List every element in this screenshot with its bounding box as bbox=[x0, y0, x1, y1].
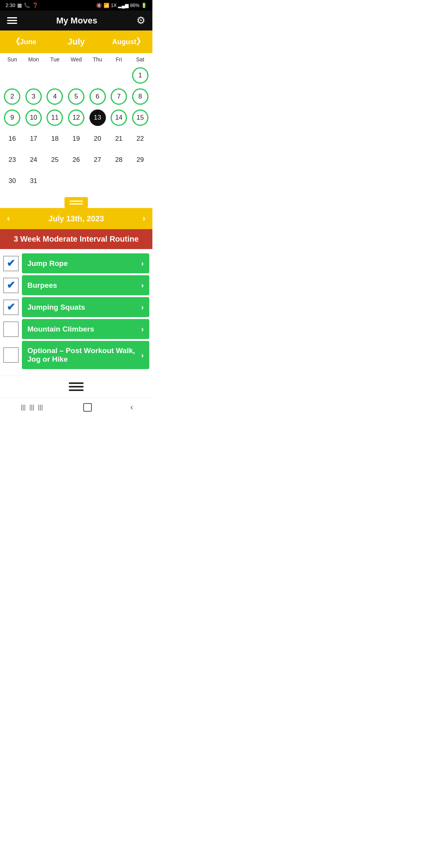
calendar-day[interactable]: 1 bbox=[129, 66, 151, 85]
calendar-day[interactable]: 5 bbox=[66, 87, 87, 106]
exercise-checkbox[interactable]: ✔ bbox=[3, 278, 19, 293]
calendar-day[interactable]: 15 bbox=[129, 108, 151, 127]
battery-indicator: 86% bbox=[130, 3, 139, 8]
wifi-icon: 📶 bbox=[104, 3, 109, 8]
exercise-checkbox[interactable] bbox=[3, 321, 19, 337]
exercise-button[interactable]: Mountain Climbers› bbox=[22, 319, 149, 339]
chevron-right-icon: › bbox=[141, 325, 144, 334]
exercise-name: Optional – Post Workout Walk, Jog or Hik… bbox=[27, 346, 141, 364]
day-wed: Wed bbox=[66, 56, 87, 63]
calendar-day[interactable]: 17 bbox=[23, 129, 45, 149]
exercise-name: Jumping Squats bbox=[27, 303, 85, 312]
checkmark-icon: ✔ bbox=[7, 257, 15, 269]
checkmark-icon: ✔ bbox=[7, 301, 15, 313]
calendar-day[interactable]: 30 bbox=[2, 171, 23, 191]
calendar-day[interactable]: 29 bbox=[129, 150, 151, 170]
exercise-button[interactable]: Jumping Squats› bbox=[22, 297, 149, 317]
exercise-item: ✔Jump Rope› bbox=[3, 253, 149, 273]
android-back-button[interactable]: ‹ bbox=[131, 402, 133, 412]
next-date-button[interactable]: › bbox=[143, 213, 145, 224]
exercise-checkbox[interactable]: ✔ bbox=[3, 299, 19, 315]
calendar-day[interactable]: 13 bbox=[87, 108, 108, 127]
calendar-day[interactable]: 24 bbox=[23, 150, 45, 170]
day-thu: Thu bbox=[87, 56, 108, 63]
calendar-day bbox=[2, 66, 23, 85]
calendar-day bbox=[44, 171, 66, 191]
calendar: Sun Mon Tue Wed Thu Fri Sat 123456789101… bbox=[0, 53, 152, 194]
bottom-menu-bar bbox=[0, 376, 152, 397]
routine-name: 3 Week Moderate Interval Routine bbox=[14, 235, 139, 243]
status-bar: 2:30 ▦ 📞 ❓ 🔇 📶 1X ▂▄▆ 86% 🔋 bbox=[0, 0, 152, 11]
prev-month-button[interactable]: 《 June bbox=[0, 30, 48, 53]
calendar-day[interactable]: 26 bbox=[66, 150, 87, 170]
day-sun: Sun bbox=[2, 56, 23, 63]
exercise-name: Jump Rope bbox=[27, 259, 68, 268]
signal-bars: ▂▄▆ bbox=[118, 3, 129, 8]
exercise-name: Burpees bbox=[27, 281, 57, 290]
calendar-day[interactable]: 16 bbox=[2, 129, 23, 149]
chevron-right-icon: › bbox=[141, 351, 144, 360]
prev-date-button[interactable]: ‹ bbox=[7, 213, 10, 224]
chevron-right-icon: › bbox=[141, 281, 144, 290]
drag-handle[interactable] bbox=[64, 197, 88, 208]
sim-icon: ▦ bbox=[17, 2, 22, 8]
calendar-grid: 1234567891011121314151617181920212223242… bbox=[2, 64, 151, 194]
exercise-list: ✔Jump Rope›✔Burpees›✔Jumping Squats›Moun… bbox=[0, 249, 152, 373]
exercise-item: Optional – Post Workout Walk, Jog or Hik… bbox=[3, 341, 149, 369]
exercise-name: Mountain Climbers bbox=[27, 325, 94, 334]
prev-month-label: June bbox=[20, 38, 36, 46]
calendar-day[interactable]: 2 bbox=[2, 87, 23, 106]
calendar-day[interactable]: 6 bbox=[87, 87, 108, 106]
calendar-day[interactable]: 18 bbox=[44, 129, 66, 149]
next-month-button[interactable]: August 》 bbox=[105, 30, 152, 53]
menu-lines-icon[interactable] bbox=[69, 382, 84, 391]
android-home-button[interactable] bbox=[83, 403, 92, 412]
calendar-day[interactable]: 21 bbox=[108, 129, 130, 149]
calendar-day[interactable]: 22 bbox=[129, 129, 151, 149]
calendar-day[interactable]: 23 bbox=[2, 150, 23, 170]
phone-icon: 📞 bbox=[24, 2, 30, 8]
battery-icon: 🔋 bbox=[141, 3, 147, 8]
next-month-label: August bbox=[112, 38, 136, 46]
exercise-button[interactable]: Optional – Post Workout Walk, Jog or Hik… bbox=[22, 341, 149, 369]
exercise-checkbox[interactable]: ✔ bbox=[3, 256, 19, 271]
calendar-day[interactable]: 10 bbox=[23, 108, 45, 127]
exercise-item: ✔Burpees› bbox=[3, 275, 149, 295]
calendar-day[interactable]: 7 bbox=[108, 87, 130, 106]
settings-icon[interactable]: ⚙ bbox=[136, 14, 145, 27]
app-title: My Moves bbox=[17, 16, 136, 26]
double-right-arrow-icon: 》 bbox=[136, 36, 145, 48]
day-tue: Tue bbox=[44, 56, 66, 63]
day-sat: Sat bbox=[129, 56, 151, 63]
calendar-day[interactable]: 12 bbox=[66, 108, 87, 127]
chevron-right-icon: › bbox=[141, 259, 144, 268]
calendar-day[interactable]: 19 bbox=[66, 129, 87, 149]
calendar-day[interactable]: 4 bbox=[44, 87, 66, 106]
hamburger-menu-icon[interactable] bbox=[7, 17, 17, 24]
calendar-day[interactable]: 11 bbox=[44, 108, 66, 127]
exercise-checkbox[interactable] bbox=[3, 347, 19, 363]
calendar-day[interactable]: 9 bbox=[2, 108, 23, 127]
calendar-day[interactable]: 20 bbox=[87, 129, 108, 149]
mute-icon: 🔇 bbox=[96, 3, 102, 8]
calendar-day bbox=[87, 171, 108, 191]
calendar-day[interactable]: 8 bbox=[129, 87, 151, 106]
calendar-day[interactable]: 27 bbox=[87, 150, 108, 170]
calendar-day[interactable]: 31 bbox=[23, 171, 45, 191]
exercise-button[interactable]: Jump Rope› bbox=[22, 253, 149, 273]
calendar-day bbox=[108, 171, 130, 191]
exercise-button[interactable]: Burpees› bbox=[22, 275, 149, 295]
calendar-header: Sun Mon Tue Wed Thu Fri Sat bbox=[2, 53, 151, 64]
app-header: My Moves ⚙ bbox=[0, 11, 152, 30]
calendar-day[interactable]: 3 bbox=[23, 87, 45, 106]
calendar-day[interactable]: 25 bbox=[44, 150, 66, 170]
exercise-item: Mountain Climbers› bbox=[3, 319, 149, 339]
calendar-day bbox=[23, 66, 45, 85]
android-recent-button[interactable]: ⫼⫼⫼ bbox=[19, 402, 45, 412]
day-fri: Fri bbox=[108, 56, 130, 63]
calendar-day bbox=[66, 171, 87, 191]
calendar-day[interactable]: 14 bbox=[108, 108, 130, 127]
calendar-day[interactable]: 28 bbox=[108, 150, 130, 170]
routine-banner: 3 Week Moderate Interval Routine bbox=[0, 229, 152, 249]
drag-handle-container bbox=[0, 194, 152, 208]
